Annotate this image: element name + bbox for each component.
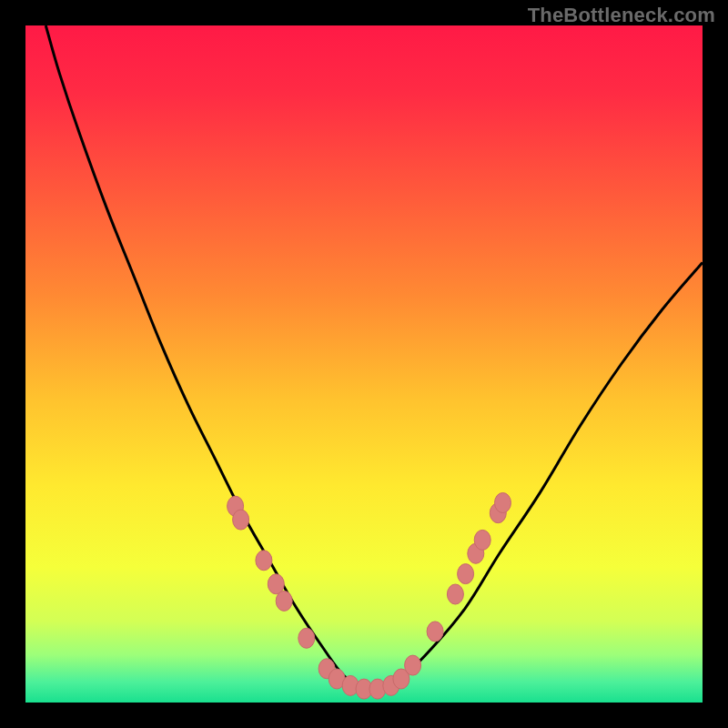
data-marker [458, 564, 474, 584]
data-marker [256, 551, 272, 571]
data-marker [474, 530, 490, 550]
bottleneck-curve [46, 25, 703, 691]
data-marker [447, 584, 463, 604]
data-marker [233, 510, 249, 530]
data-marker [495, 493, 511, 513]
data-marker [405, 655, 421, 675]
data-markers [228, 493, 511, 700]
plot-area [25, 25, 703, 703]
data-marker [276, 591, 292, 611]
chart-curve-layer [25, 25, 703, 703]
watermark-label: TheBottleneck.com [528, 4, 715, 27]
outer-frame: TheBottleneck.com [0, 0, 728, 728]
data-marker [427, 622, 443, 642]
data-marker [298, 628, 315, 648]
